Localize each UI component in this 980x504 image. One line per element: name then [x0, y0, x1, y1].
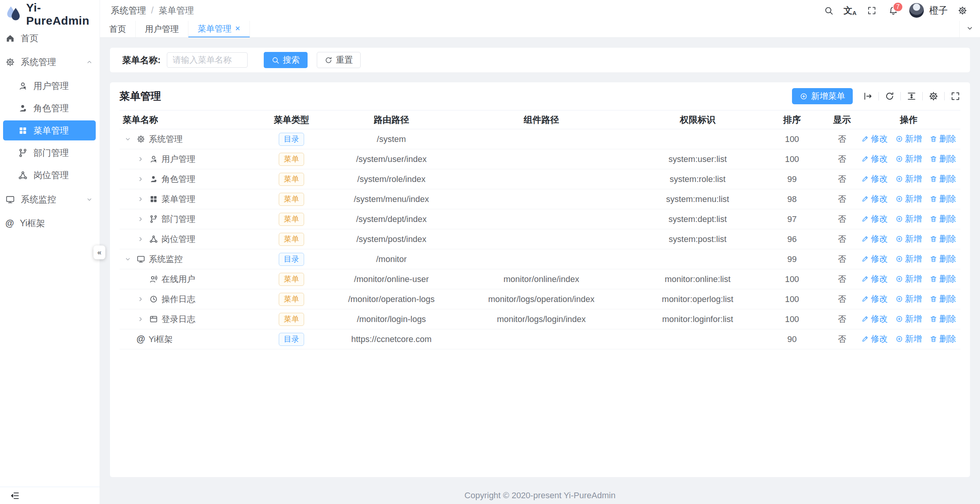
add-link[interactable]: 新增 — [895, 333, 922, 345]
add-link[interactable]: 新增 — [895, 173, 922, 185]
menu-name-cell: 部门管理 — [120, 209, 245, 229]
edit-link[interactable]: 修改 — [861, 293, 888, 305]
actions-cell: 修改新增删除 — [857, 329, 960, 349]
sidebar-collapse-button[interactable]: « — [93, 245, 105, 259]
delete-link[interactable]: 删除 — [930, 133, 956, 145]
delete-link-label: 删除 — [939, 173, 956, 185]
search-icon[interactable] — [819, 2, 838, 19]
chevron-right-icon[interactable] — [135, 316, 146, 322]
sidebar-subitem[interactable]: 菜单管理 — [3, 120, 96, 140]
reset-button[interactable]: 重置 — [317, 52, 361, 68]
sidebar-subitem[interactable]: 用户管理 — [3, 76, 96, 96]
search-button[interactable]: 搜索 — [264, 52, 308, 68]
tab-item[interactable]: 用户管理 — [136, 21, 188, 37]
edit-link[interactable]: 修改 — [861, 333, 888, 345]
menu-fold-icon[interactable] — [10, 491, 20, 501]
menu-name: 系统管理 — [120, 134, 245, 145]
add-link[interactable]: 新增 — [895, 313, 922, 325]
chevron-up-icon — [86, 59, 93, 65]
add-link-label: 新增 — [905, 213, 922, 225]
edit-link[interactable]: 修改 — [861, 173, 888, 185]
breadcrumb-item[interactable]: 系统管理 — [111, 5, 146, 17]
add-link[interactable]: 新增 — [895, 253, 922, 265]
delete-link[interactable]: 删除 — [930, 233, 956, 245]
chevron-right-icon[interactable] — [135, 156, 146, 162]
delete-link[interactable]: 删除 — [930, 213, 956, 225]
sidebar-subitem[interactable]: 角色管理 — [3, 98, 96, 118]
delete-link[interactable]: 删除 — [930, 253, 956, 265]
add-menu-button[interactable]: 新增菜单 — [792, 88, 853, 104]
menu-name-input[interactable] — [167, 52, 248, 68]
perm-cell — [638, 249, 757, 269]
visible-cell: 否 — [827, 249, 857, 269]
avatar[interactable] — [909, 3, 924, 18]
tab-item[interactable]: 首页 — [100, 21, 136, 37]
close-icon[interactable]: ✕ — [235, 25, 240, 33]
chevron-down-icon[interactable] — [123, 256, 133, 262]
sidebar-item-label: 系统管理 — [21, 56, 56, 68]
edit-link[interactable]: 修改 — [861, 153, 888, 165]
fullscreen-icon[interactable] — [862, 2, 881, 19]
edit-icon — [861, 215, 869, 223]
delete-link[interactable]: 删除 — [930, 313, 956, 325]
edit-link[interactable]: 修改 — [861, 213, 888, 225]
delete-link[interactable]: 删除 — [930, 193, 956, 205]
chevron-right-icon[interactable] — [135, 236, 146, 242]
add-link[interactable]: 新增 — [895, 153, 922, 165]
menu-type-cell: 菜单 — [245, 169, 338, 189]
sidebar-item[interactable]: 首页 — [0, 26, 100, 50]
table-row: 系统监控目录/monitor99否修改新增删除 — [120, 249, 960, 269]
menu-name: 登录日志 — [120, 314, 245, 325]
chevron-right-icon[interactable] — [135, 176, 146, 182]
username[interactable]: 橙子 — [929, 4, 948, 17]
tabs-more-button[interactable] — [959, 21, 980, 37]
plus-circle-icon — [895, 135, 903, 143]
plus-circle-icon — [895, 275, 903, 283]
delete-link[interactable]: 删除 — [930, 293, 956, 305]
density-icon[interactable] — [907, 91, 917, 101]
add-link[interactable]: 新增 — [895, 273, 922, 285]
expand-all-icon[interactable] — [863, 91, 873, 101]
gear-icon — [136, 135, 145, 144]
delete-link[interactable]: 删除 — [930, 333, 956, 345]
delete-icon — [930, 235, 937, 243]
edit-link[interactable]: 修改 — [861, 253, 888, 265]
translate-icon[interactable]: 文A — [841, 2, 859, 19]
gear-icon[interactable] — [953, 2, 972, 19]
delete-link[interactable]: 删除 — [930, 153, 956, 165]
sidebar-subitem[interactable]: 岗位管理 — [3, 165, 96, 185]
add-link-label: 新增 — [905, 273, 922, 285]
edit-link[interactable]: 修改 — [861, 133, 888, 145]
add-link[interactable]: 新增 — [895, 193, 922, 205]
visible-cell: 否 — [827, 329, 857, 349]
edit-link[interactable]: 修改 — [861, 313, 888, 325]
menu-name-label: 岗位管理 — [161, 234, 195, 245]
sidebar-item[interactable]: @Yi框架 — [0, 211, 100, 235]
add-link[interactable]: 新增 — [895, 293, 922, 305]
route-cell: /system/dept/index — [338, 209, 444, 229]
sidebar-item[interactable]: 系统监控 — [0, 187, 100, 211]
column-settings-icon[interactable] — [928, 91, 938, 101]
add-link[interactable]: 新增 — [895, 133, 922, 145]
refresh-icon[interactable] — [885, 91, 895, 101]
tab-item[interactable]: 菜单管理✕ — [188, 21, 250, 37]
edit-link[interactable]: 修改 — [861, 193, 888, 205]
add-link[interactable]: 新增 — [895, 213, 922, 225]
chevron-right-icon[interactable] — [135, 216, 146, 222]
edit-link[interactable]: 修改 — [861, 273, 888, 285]
add-link[interactable]: 新增 — [895, 233, 922, 245]
bell-icon[interactable]: 7 — [884, 2, 902, 19]
fullscreen-icon[interactable] — [950, 91, 960, 101]
delete-link[interactable]: 删除 — [930, 273, 956, 285]
sidebar-item[interactable]: 系统管理 — [0, 50, 100, 74]
delete-icon — [930, 195, 937, 203]
chevron-down-icon[interactable] — [123, 136, 133, 142]
sidebar-subitem[interactable]: 部门管理 — [3, 143, 96, 163]
dept-icon — [18, 148, 28, 158]
chevron-right-icon[interactable] — [135, 296, 146, 302]
online-user-icon — [149, 275, 158, 284]
delete-link[interactable]: 删除 — [930, 173, 956, 185]
menu-type-tag: 菜单 — [279, 153, 304, 166]
edit-link[interactable]: 修改 — [861, 233, 888, 245]
chevron-right-icon[interactable] — [135, 196, 146, 202]
